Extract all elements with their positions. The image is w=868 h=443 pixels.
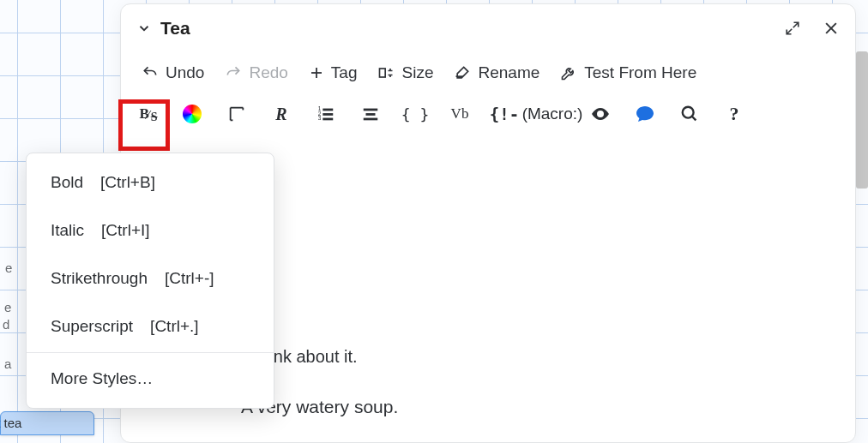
- menu-label: More Styles…: [51, 369, 153, 388]
- tag-label: Tag: [331, 63, 358, 82]
- undo-label: Undo: [166, 63, 204, 82]
- preview-button[interactable]: [584, 98, 617, 130]
- menu-shortcut: [Ctrl+B]: [100, 173, 155, 192]
- menu-item-italic[interactable]: Italic [Ctrl+I]: [27, 207, 274, 254]
- verbatim-button[interactable]: Vb: [443, 98, 476, 130]
- menu-item-strikethrough[interactable]: Strikethrough [Ctrl+-]: [27, 254, 274, 302]
- redo-icon: [225, 64, 242, 81]
- menu-divider: [27, 352, 274, 353]
- wrench-icon: [560, 64, 577, 81]
- rename-icon: [454, 64, 471, 81]
- colors-button[interactable]: [176, 98, 208, 130]
- plus-icon: [309, 65, 324, 81]
- titlebar: Tea: [121, 4, 855, 52]
- bold-strike-icon: B⁄S: [139, 105, 155, 123]
- bg-text: d: [3, 317, 9, 332]
- menu-label: Bold: [51, 173, 83, 192]
- align-button[interactable]: [354, 98, 387, 130]
- rainbow-icon: [183, 105, 202, 123]
- menu-shortcut: [Ctrl+-]: [165, 269, 214, 288]
- svg-rect-13: [364, 118, 378, 121]
- svg-point-14: [599, 112, 602, 116]
- svg-point-15: [683, 107, 694, 118]
- bg-text: e: [5, 260, 12, 275]
- bg-card-label: rmint tea: [0, 416, 21, 430]
- svg-rect-6: [322, 113, 333, 116]
- expand-icon[interactable]: [785, 21, 800, 36]
- scrollbar-thumb[interactable]: [856, 51, 868, 189]
- bg-text: e: [4, 300, 11, 314]
- rotate-button[interactable]: R: [265, 98, 298, 130]
- svg-line-16: [692, 117, 696, 121]
- svg-rect-7: [322, 118, 333, 121]
- speech-icon: [635, 104, 655, 124]
- search-button[interactable]: [673, 98, 706, 130]
- undo-button[interactable]: Undo: [131, 56, 214, 90]
- toolbar-format: B⁄S R 123 { } Vb {!- (Macro:) ?: [121, 93, 855, 135]
- align-icon: [361, 105, 380, 123]
- svg-rect-5: [322, 109, 333, 111]
- help-button[interactable]: ?: [718, 98, 750, 130]
- menu-item-superscript[interactable]: Superscript [Ctrl+.]: [27, 302, 274, 350]
- menu-item-bold[interactable]: Bold [Ctrl+B]: [27, 159, 274, 207]
- tag-button[interactable]: Tag: [298, 56, 368, 90]
- list-button[interactable]: 123: [310, 98, 342, 130]
- list-icon: 123: [316, 105, 335, 123]
- bg-text: a: [4, 356, 11, 371]
- styles-button[interactable]: B⁄S: [131, 98, 164, 130]
- test-label: Test From Here: [584, 63, 696, 82]
- menu-shortcut: [Ctrl+.]: [150, 317, 198, 336]
- test-from-here-button[interactable]: Test From Here: [550, 56, 707, 90]
- rename-label: Rename: [478, 63, 539, 82]
- passage-title: Tea: [160, 18, 190, 39]
- toolbar-primary: Undo Redo Tag Size Rename Test From Here: [121, 52, 855, 93]
- menu-label: Italic: [51, 221, 84, 240]
- macro-label: (Macro:): [522, 105, 583, 123]
- search-icon: [680, 105, 699, 123]
- redo-button: Redo: [214, 56, 298, 90]
- menu-label: Strikethrough: [51, 269, 148, 288]
- menu-item-more-styles[interactable]: More Styles…: [27, 355, 274, 403]
- styles-dropdown: Bold [Ctrl+B] Italic [Ctrl+I] Strikethro…: [26, 153, 274, 409]
- chevron-down-icon[interactable]: [136, 21, 152, 36]
- borders-button[interactable]: [220, 98, 253, 130]
- chat-button[interactable]: [629, 98, 661, 130]
- svg-rect-4: [380, 69, 386, 77]
- eye-icon: [590, 104, 611, 124]
- columns-button[interactable]: { }: [399, 98, 431, 130]
- svg-rect-12: [366, 113, 376, 116]
- macro-button[interactable]: (Macro:): [533, 98, 572, 130]
- bg-card[interactable]: rmint tea: [0, 411, 94, 435]
- size-label: Size: [401, 63, 433, 82]
- svg-text:3: 3: [318, 115, 322, 121]
- menu-label: Superscript: [51, 317, 133, 336]
- close-icon[interactable]: [823, 20, 840, 37]
- undo-icon: [142, 64, 159, 81]
- rename-button[interactable]: Rename: [443, 56, 550, 90]
- size-button[interactable]: Size: [367, 56, 443, 90]
- comment-button[interactable]: {!-: [488, 98, 521, 130]
- border-icon: [227, 105, 246, 123]
- size-icon: [377, 64, 395, 81]
- menu-shortcut: [Ctrl+I]: [101, 221, 149, 240]
- svg-rect-11: [364, 109, 378, 111]
- redo-label: Redo: [249, 63, 287, 82]
